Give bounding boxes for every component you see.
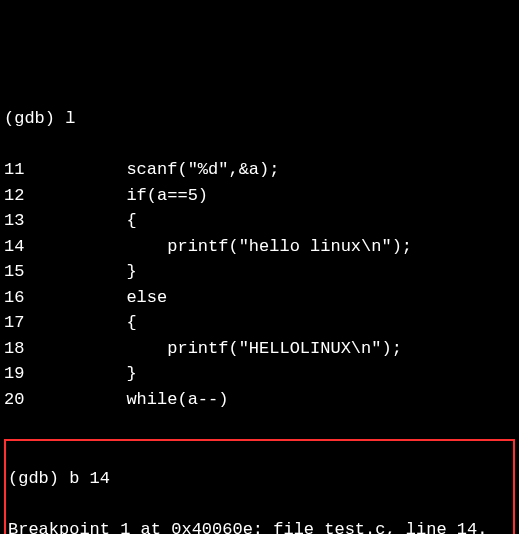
source-line: 19 } bbox=[4, 361, 515, 387]
source-line: 11 scanf("%d",&a); bbox=[4, 157, 515, 183]
source-line: 12 if(a==5) bbox=[4, 183, 515, 209]
source-line: 17 { bbox=[4, 310, 515, 336]
source-listing-1: 11 scanf("%d",&a);12 if(a==5)13 {14 prin… bbox=[4, 157, 515, 412]
gdb-prompt-list1: (gdb) l bbox=[4, 106, 515, 132]
gdb-prompt-b14: (gdb) b 14 bbox=[8, 466, 511, 492]
source-line: 16 else bbox=[4, 285, 515, 311]
source-line: 18 printf("HELLOLINUX\n"); bbox=[4, 336, 515, 362]
source-line: 14 printf("hello linux\n"); bbox=[4, 234, 515, 260]
breakpoint-output-1: Breakpoint 1 at 0x40060e: file test.c, l… bbox=[8, 517, 511, 534]
source-line: 20 while(a--) bbox=[4, 387, 515, 413]
source-line: 15 } bbox=[4, 259, 515, 285]
source-line: 13 { bbox=[4, 208, 515, 234]
breakpoint-block-1: (gdb) b 14 Breakpoint 1 at 0x40060e: fil… bbox=[4, 439, 515, 535]
